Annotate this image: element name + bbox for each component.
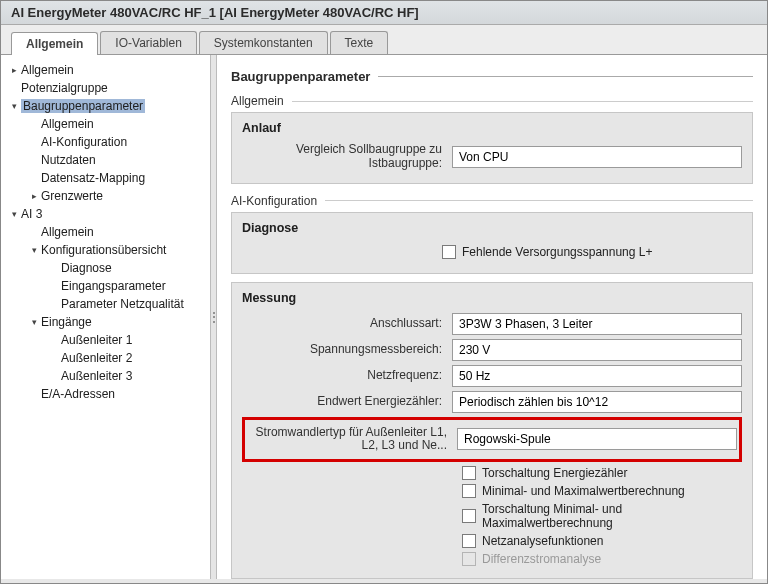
label-messung-2: Netzfrequenz: xyxy=(242,369,452,383)
checkbox-messung-3[interactable] xyxy=(462,534,476,548)
label-messung-3: Endwert Energiezähler: xyxy=(242,395,452,409)
checkbox-label-versorgungsspannung: Fehlende Versorgungsspannung L+ xyxy=(462,245,652,259)
tree-item-label: E/A-Adressen xyxy=(41,387,115,401)
tree-item-label: Allgemein xyxy=(21,63,74,77)
tree-item-label: Außenleiter 1 xyxy=(61,333,132,347)
panel-title-anlauf: Anlauf xyxy=(242,121,742,135)
tree-item-label: Außenleiter 3 xyxy=(61,369,132,383)
chevron-right-icon: ▸ xyxy=(29,191,39,201)
tree-item-diagnose[interactable]: Diagnose xyxy=(1,259,210,277)
section-heading-allgemein: Allgemein xyxy=(231,94,753,108)
tree-item-baugruppenparameter[interactable]: ▾Baugruppenparameter xyxy=(1,97,210,115)
tree-item-label: Baugruppenparameter xyxy=(21,99,145,113)
label-vergleich: Vergleich Sollbaugruppe zu Istbaugruppe: xyxy=(242,143,452,171)
tree-item-grenzwerte[interactable]: ▸Grenzwerte xyxy=(1,187,210,205)
chevron-down-icon: ▾ xyxy=(29,317,39,327)
tree-item-allgemein[interactable]: Allgemein xyxy=(1,223,210,241)
tree-item-label: Außenleiter 2 xyxy=(61,351,132,365)
label-messung-1: Spannungsmessbereich: xyxy=(242,343,452,357)
tree-item-au-enleiter-1[interactable]: Außenleiter 1 xyxy=(1,331,210,349)
label-messung-0: Anschlussart: xyxy=(242,317,452,331)
tree-item-label: Konfigurationsübersicht xyxy=(41,243,166,257)
tree-item-label: Eingänge xyxy=(41,315,92,329)
chevron-down-icon: ▾ xyxy=(29,245,39,255)
tab-systemkonstanten[interactable]: Systemkonstanten xyxy=(199,31,328,54)
checkbox-messung-2[interactable] xyxy=(462,509,476,523)
checkbox-versorgungsspannung[interactable] xyxy=(442,245,456,259)
panel-diagnose: Diagnose Fehlende Versorgungsspannung L+ xyxy=(231,212,753,274)
panel-anlauf: Anlauf Vergleich Sollbaugruppe zu Istbau… xyxy=(231,112,753,184)
input-messung-1[interactable] xyxy=(452,339,742,361)
input-messung-0[interactable] xyxy=(452,313,742,335)
nav-tree: ▸AllgemeinPotenzialgruppe▾Baugruppenpara… xyxy=(1,55,211,579)
tab-io-variablen[interactable]: IO-Variablen xyxy=(100,31,196,54)
tree-item-nutzdaten[interactable]: Nutzdaten xyxy=(1,151,210,169)
tree-item-eingangsparameter[interactable]: Eingangsparameter xyxy=(1,277,210,295)
label-stromwandlertyp: Stromwandlertyp für Außenleiter L1, L2, … xyxy=(247,426,457,454)
tree-item-konfigurations-bersicht[interactable]: ▾Konfigurationsübersicht xyxy=(1,241,210,259)
tree-item-label: AI-Konfiguration xyxy=(41,135,127,149)
checkbox-messung-0[interactable] xyxy=(462,466,476,480)
tree-item-label: Grenzwerte xyxy=(41,189,103,203)
section-heading-aikonfig: AI-Konfiguration xyxy=(231,194,753,208)
tree-item-au-enleiter-3[interactable]: Außenleiter 3 xyxy=(1,367,210,385)
chevron-down-icon: ▾ xyxy=(9,209,19,219)
tree-item-allgemein[interactable]: ▸Allgemein xyxy=(1,61,210,79)
highlight-stromwandlertyp: Stromwandlertyp für Außenleiter L1, L2, … xyxy=(242,417,742,463)
tree-item-ai-konfiguration[interactable]: AI-Konfiguration xyxy=(1,133,210,151)
input-stromwandlertyp[interactable] xyxy=(457,428,737,450)
tree-item-label: Allgemein xyxy=(41,117,94,131)
tree-item-label: AI 3 xyxy=(21,207,42,221)
tree-item-parameter-netzqualit-t[interactable]: Parameter Netzqualität xyxy=(1,295,210,313)
input-messung-3[interactable] xyxy=(452,391,742,413)
panel-messung: Messung Anschlussart:Spannungsmessbereic… xyxy=(231,282,753,579)
chevron-down-icon: ▾ xyxy=(9,101,19,111)
panel-title-messung: Messung xyxy=(242,291,742,305)
checkbox-label-messung-3: Netzanalysefunktionen xyxy=(482,534,603,548)
checkbox-label-messung-2: Torschaltung Minimal- und Maximalwertber… xyxy=(482,502,742,530)
checkbox-messung-1[interactable] xyxy=(462,484,476,498)
tree-item-label: Diagnose xyxy=(61,261,112,275)
tab-allgemein[interactable]: Allgemein xyxy=(11,32,98,55)
tree-item-label: Datensatz-Mapping xyxy=(41,171,145,185)
tree-item-potenzialgruppe[interactable]: Potenzialgruppe xyxy=(1,79,210,97)
checkbox-messung-4 xyxy=(462,552,476,566)
tree-item-ai-3[interactable]: ▾AI 3 xyxy=(1,205,210,223)
body: ▸AllgemeinPotenzialgruppe▾Baugruppenpara… xyxy=(1,55,767,579)
tab-strip: AllgemeinIO-VariablenSystemkonstantenTex… xyxy=(1,25,767,55)
tab-texte[interactable]: Texte xyxy=(330,31,389,54)
input-messung-2[interactable] xyxy=(452,365,742,387)
input-vergleich[interactable] xyxy=(452,146,742,168)
tree-item-label: Eingangsparameter xyxy=(61,279,166,293)
content-pane: Baugruppenparameter Allgemein Anlauf Ver… xyxy=(217,55,767,579)
window-title: AI EnergyMeter 480VAC/RC HF_1 [AI Energy… xyxy=(1,1,767,25)
tree-item-label: Parameter Netzqualität xyxy=(61,297,184,311)
tree-item-label: Allgemein xyxy=(41,225,94,239)
device-config-window: AI EnergyMeter 480VAC/RC HF_1 [AI Energy… xyxy=(0,0,768,584)
checkbox-label-messung-1: Minimal- und Maximalwertberechnung xyxy=(482,484,685,498)
panel-title-diagnose: Diagnose xyxy=(242,221,742,235)
section-heading-baugruppenparameter: Baugruppenparameter xyxy=(231,69,753,84)
tree-item-label: Nutzdaten xyxy=(41,153,96,167)
tree-item-eing-nge[interactable]: ▾Eingänge xyxy=(1,313,210,331)
tree-item-au-enleiter-2[interactable]: Außenleiter 2 xyxy=(1,349,210,367)
tree-item-label: Potenzialgruppe xyxy=(21,81,108,95)
chevron-right-icon: ▸ xyxy=(9,65,19,75)
checkbox-label-messung-4: Differenzstromanalyse xyxy=(482,552,601,566)
checkbox-label-messung-0: Torschaltung Energiezähler xyxy=(482,466,627,480)
tree-item-datensatz-mapping[interactable]: Datensatz-Mapping xyxy=(1,169,210,187)
tree-item-e-a-adressen[interactable]: E/A-Adressen xyxy=(1,385,210,403)
tree-item-allgemein[interactable]: Allgemein xyxy=(1,115,210,133)
